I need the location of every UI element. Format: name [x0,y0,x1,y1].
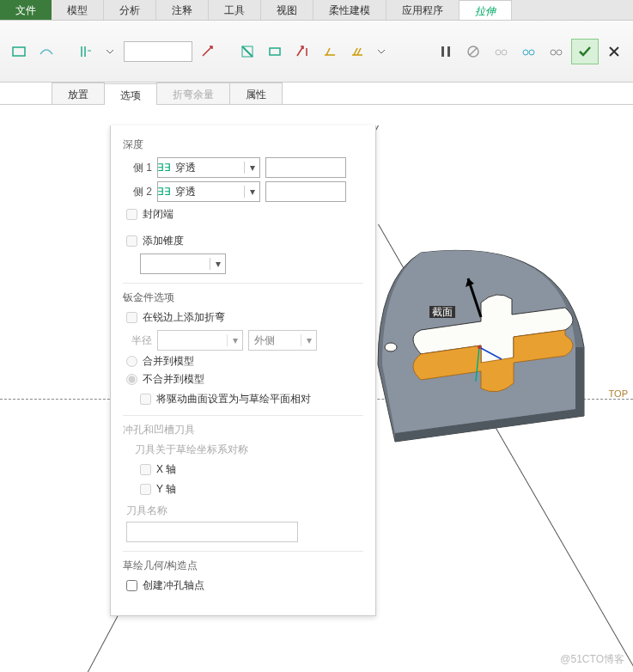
svg-rect-0 [13,47,25,56]
yaxis-label: Y 轴 [156,482,176,497]
chevron-down-icon: ▾ [244,186,259,198]
svg-point-11 [557,50,562,55]
svg-rect-4 [447,46,450,57]
ribbon [0,21,633,82]
side2-label: 侧 2 [123,185,152,199]
svg-text:截面: 截面 [432,306,453,318]
solid-icon[interactable] [7,40,31,64]
radius-side-combo: 外侧▾ [248,330,317,351]
side1-input[interactable] [265,157,346,178]
menu-view[interactable]: 视图 [261,0,313,20]
tool-name-label: 刀具名称 [126,504,363,518]
watermark: @51CTO博客 [560,652,624,667]
thicken-icon[interactable] [263,40,287,64]
options-panel: 深度 侧 1 ∃∃ 穿透 ▾ 侧 2 ∃∃ 穿透 ▾ 封闭端 添加锥度 ▾ 钣金… [110,125,376,616]
svg-rect-3 [441,46,444,57]
glasses-off-icon[interactable] [489,40,513,64]
xaxis-label: X 轴 [156,462,176,477]
feature-subtabs: 放置 选项 折弯余量 属性 [0,82,633,105]
part-model[interactable]: 截面 [344,218,618,459]
surface-icon[interactable] [34,40,58,64]
radius-combo: ▾ [157,330,243,351]
radius-label: 半径 [123,333,152,348]
xaxis-checkbox [140,464,151,475]
merge-label: 合并到模型 [143,354,194,369]
through-icon: ∃∃ [158,162,170,174]
depth-icon[interactable] [74,40,98,64]
sheet2-icon[interactable] [345,40,369,64]
add-bend-label: 在锐边上添加折弯 [143,310,225,325]
menu-apps[interactable]: 应用程序 [386,0,460,20]
flip-drive-label: 将驱动曲面设置为与草绘平面相对 [156,392,311,406]
svg-point-6 [496,50,501,55]
side2-combo[interactable]: ∃∃ 穿透 ▾ [157,181,260,202]
yaxis-checkbox [140,484,151,495]
no-preview-icon[interactable] [461,40,485,64]
pause-icon[interactable] [434,40,458,64]
taper-label: 添加锥度 [143,234,184,248]
flip-side-icon[interactable] [290,40,314,64]
through-icon: ∃∃ [158,186,170,198]
add-bend-checkbox [126,312,137,323]
create-axis-label: 创建冲孔轴点 [143,578,204,593]
menu-tools[interactable]: 工具 [209,0,261,20]
glasses-attached-icon[interactable] [516,40,540,64]
side1-value: 穿透 [170,161,244,175]
punch-header: 冲孔和凹槽刀具 [123,415,363,437]
flip-drive-checkbox [140,394,151,405]
nomerge-radio [126,374,137,385]
depth-header: 深度 [123,137,363,152]
side1-combo[interactable]: ∃∃ 穿透 ▾ [157,157,260,178]
punch-sym-label: 刀具关于草绘坐标系对称 [135,443,363,457]
menu-bar: 文件 模型 分析 注释 工具 视图 柔性建模 应用程序 拉伸 [0,0,633,21]
sketch-header: 草绘几何/构造点 [123,551,363,573]
ok-button[interactable] [571,39,599,64]
menu-flex[interactable]: 柔性建模 [313,0,386,20]
glasses-on-icon[interactable] [544,40,568,64]
taper-checkbox [126,235,137,247]
svg-point-12 [385,343,397,351]
capped-label: 封闭端 [143,207,173,222]
sheet-dropdown-icon[interactable] [373,40,392,64]
svg-point-8 [523,50,528,55]
chevron-down-icon: ▾ [244,162,259,174]
remove-material-icon[interactable] [235,40,259,64]
depth-input[interactable] [124,41,192,62]
sheet1-icon[interactable] [318,40,342,64]
depth-dropdown-icon[interactable] [101,40,120,64]
side2-input[interactable] [265,181,346,202]
menu-model[interactable]: 模型 [52,0,104,20]
svg-point-10 [551,50,556,55]
flip-icon[interactable] [196,40,220,64]
tab-properties[interactable]: 属性 [229,82,283,104]
merge-radio [126,356,137,367]
create-axis-checkbox[interactable] [126,580,137,591]
sheetmetal-header: 钣金件选项 [123,283,363,305]
tab-placement[interactable]: 放置 [52,82,105,104]
menu-file[interactable]: 文件 [0,0,52,20]
nomerge-label: 不合并到模型 [143,372,204,387]
svg-rect-2 [270,48,280,55]
side2-value: 穿透 [170,185,244,199]
svg-point-9 [529,50,534,55]
tab-bend-allowance: 折弯余量 [156,82,230,104]
side1-label: 侧 1 [123,161,152,175]
menu-extrude[interactable]: 拉伸 [460,0,512,20]
menu-annotate[interactable]: 注释 [156,0,209,20]
menu-analysis[interactable]: 分析 [104,0,156,20]
tab-options[interactable]: 选项 [104,83,157,105]
taper-combo: ▾ [140,254,226,274]
capped-checkbox [126,209,137,220]
tool-name-input [126,522,298,542]
svg-point-7 [502,50,507,55]
svg-point-13 [478,345,481,349]
cancel-button[interactable] [602,40,626,64]
